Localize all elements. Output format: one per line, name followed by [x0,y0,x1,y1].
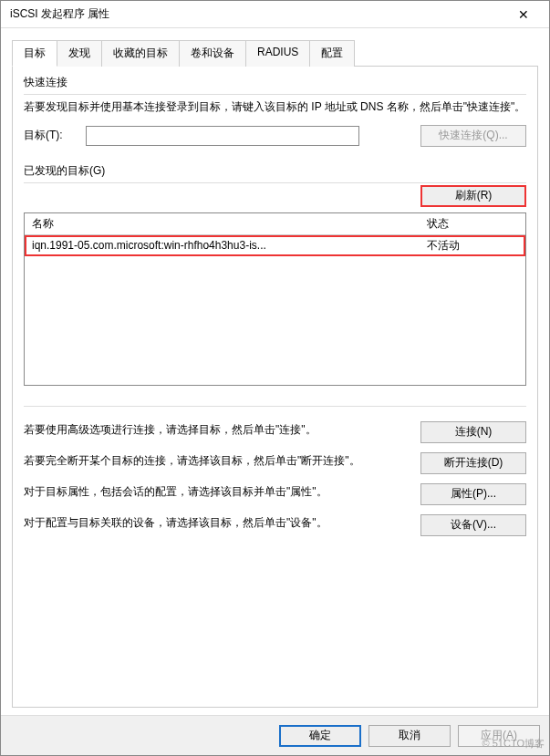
spacer [24,185,420,207]
refresh-button[interactable]: 刷新(R) [420,185,526,207]
bottom-bar: 确定 取消 应用(A) [1,715,549,755]
quick-connect-group: 快速连接 若要发现目标并使用基本连接登录到目标，请键入该目标的 IP 地址或 D… [24,75,526,150]
tab-volumes[interactable]: 卷和设备 [179,40,246,67]
close-icon: ✕ [518,7,529,22]
titlebar: iSCSI 发起程序 属性 ✕ [1,1,549,28]
item-state: 不活动 [427,238,518,254]
tabs: 目标 发现 收藏的目标 卷和设备 RADIUS 配置 [12,39,538,67]
tab-radius[interactable]: RADIUS [245,40,310,67]
devices-block: 对于配置与目标关联的设备，请选择该目标，然后单击"设备"。 设备(V)... [24,514,526,536]
close-button[interactable]: ✕ [505,2,542,27]
properties-block: 对于目标属性，包括会话的配置，请选择该目标并单击"属性"。 属性(P)... [24,483,526,505]
quick-connect-desc: 若要发现目标并使用基本连接登录到目标，请键入该目标的 IP 地址或 DNS 名称… [24,98,526,116]
cancel-button[interactable]: 取消 [368,725,451,747]
tab-discover[interactable]: 发现 [57,40,102,67]
discovered-list[interactable]: 名称 状态 iqn.1991-05.com.microsoft:win-rhfh… [24,212,526,386]
connect-desc: 若要使用高级选项进行连接，请选择目标，然后单击"连接"。 [24,421,411,439]
dialog-body: 目标 发现 收藏的目标 卷和设备 RADIUS 配置 快速连接 若要发现目标并使… [1,28,549,715]
properties-desc: 对于目标属性，包括会话的配置，请选择该目标并单击"属性"。 [24,483,411,501]
tab-config[interactable]: 配置 [309,40,355,67]
quick-connect-frame: 若要发现目标并使用基本连接登录到目标，请键入该目标的 IP 地址或 DNS 名称… [24,94,526,147]
connect-button[interactable]: 连接(N) [420,421,526,443]
tab-favorites[interactable]: 收藏的目标 [101,40,180,67]
apply-button[interactable]: 应用(A) [458,725,540,747]
dialog-window: iSCSI 发起程序 属性 ✕ 目标 发现 收藏的目标 卷和设备 RADIUS … [0,0,550,756]
connect-block: 若要使用高级选项进行连接，请选择目标，然后单击"连接"。 连接(N) [24,421,526,443]
list-item[interactable]: iqn.1991-05.com.microsoft:win-rhfho4h3hu… [25,235,525,256]
discovered-frame: 刷新(R) 名称 状态 iqn.1991-05.com.microsoft:wi… [24,182,526,386]
devices-button[interactable]: 设备(V)... [420,514,526,536]
refresh-row: 刷新(R) [24,185,526,207]
col-state: 状态 [427,216,518,232]
ok-button[interactable]: 确定 [279,725,361,747]
discovered-title: 已发现的目标(G) [24,163,526,179]
target-input[interactable] [86,126,359,146]
tab-panel-target: 快速连接 若要发现目标并使用基本连接登录到目标，请键入该目标的 IP 地址或 D… [12,66,538,708]
discovered-group: 已发现的目标(G) 刷新(R) 名称 状态 iqn.1991-05.com.mi… [24,158,526,386]
devices-desc: 对于配置与目标关联的设备，请选择该目标，然后单击"设备"。 [24,514,411,532]
disconnect-desc: 若要完全断开某个目标的连接，请选择该目标，然后单击"断开连接"。 [24,452,411,470]
target-row: 目标(T): 快速连接(Q)... [24,125,526,147]
disconnect-button[interactable]: 断开连接(D) [420,452,526,474]
target-label: 目标(T): [24,128,78,143]
quick-connect-title: 快速连接 [24,75,526,90]
tab-target[interactable]: 目标 [12,40,57,67]
quick-connect-button[interactable]: 快速连接(Q)... [420,125,526,147]
window-title: iSCSI 发起程序 属性 [10,6,505,22]
properties-button[interactable]: 属性(P)... [420,483,526,505]
item-name: iqn.1991-05.com.microsoft:win-rhfho4h3hu… [32,239,427,252]
col-name: 名称 [32,216,427,232]
divider [24,406,526,407]
list-header: 名称 状态 [25,213,525,235]
disconnect-block: 若要完全断开某个目标的连接，请选择该目标，然后单击"断开连接"。 断开连接(D) [24,452,526,474]
